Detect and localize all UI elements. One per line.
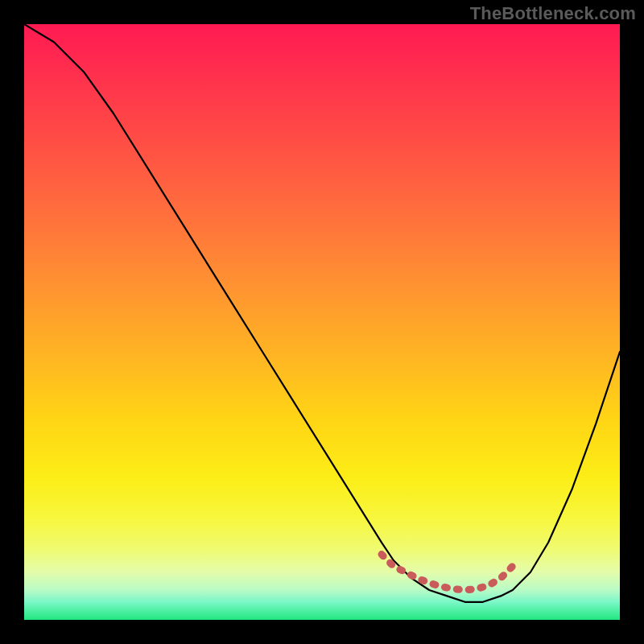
curve-svg [24,24,620,620]
main-curve [24,24,620,602]
watermark-text: TheBottleneck.com [470,3,636,24]
plot-area [24,24,620,620]
marker-band [382,555,513,590]
chart-frame: TheBottleneck.com [0,0,644,644]
